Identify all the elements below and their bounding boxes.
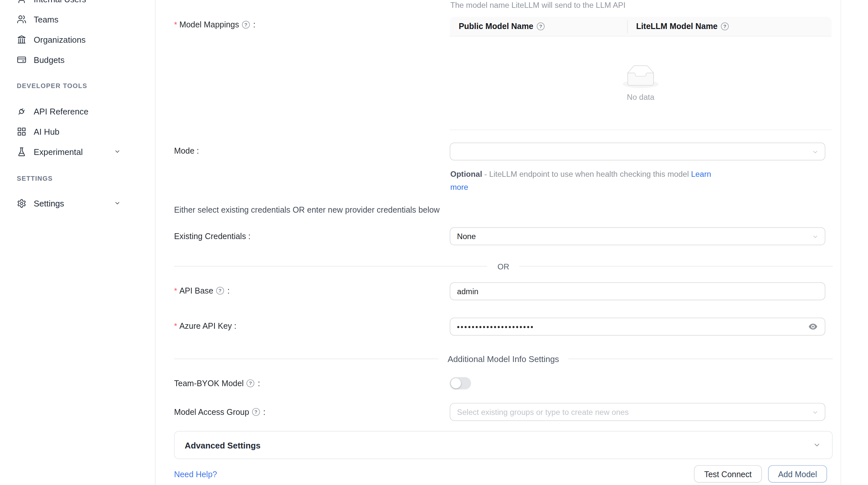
sidebar-item-internal-users[interactable]: Internal Users xyxy=(0,0,156,7)
column-divider xyxy=(627,20,628,33)
additional-model-info-divider: Additional Model Info Settings xyxy=(174,354,832,364)
sidebar-item-label: API Reference xyxy=(34,106,88,116)
sidebar-section-settings: SETTINGS xyxy=(17,175,53,182)
table-empty-state: No data xyxy=(450,36,832,130)
chevron-down-icon xyxy=(812,149,819,156)
advanced-settings-panel[interactable]: Advanced Settings xyxy=(174,431,832,459)
sidebar-item-label: Budgets xyxy=(34,55,65,64)
sidebar-item-ai-hub[interactable]: AI Hub xyxy=(0,124,156,139)
sidebar-item-teams[interactable]: Teams xyxy=(0,11,156,27)
toggle-knob xyxy=(451,378,461,388)
eye-icon xyxy=(808,322,818,332)
public-model-name-help-text: The model name LiteLLM will send to the … xyxy=(450,1,625,10)
sidebar-item-api-reference[interactable]: API Reference xyxy=(0,103,156,119)
api-base-input[interactable] xyxy=(450,282,825,300)
required-mark: * xyxy=(174,322,177,331)
mode-select[interactable] xyxy=(450,142,825,160)
chevron-down-icon xyxy=(812,409,819,416)
model-access-group-select[interactable]: Select existing groups or type to create… xyxy=(450,403,825,421)
content-right-edge xyxy=(841,0,841,485)
plug-icon xyxy=(17,106,26,116)
help-question-icon[interactable]: ? xyxy=(216,287,224,294)
chevron-down-icon xyxy=(812,233,819,240)
or-divider-text: OR xyxy=(487,262,519,271)
select-placeholder: Select existing groups or type to create… xyxy=(457,408,629,417)
sidebar-item-settings[interactable]: Settings xyxy=(0,195,156,211)
required-mark: * xyxy=(174,286,177,295)
advanced-settings-title: Advanced Settings xyxy=(185,440,260,450)
sidebar-item-label: Organizations xyxy=(34,35,86,44)
credit-card-icon xyxy=(17,55,26,64)
team-byok-toggle[interactable] xyxy=(450,377,471,389)
need-help-link[interactable]: Need Help? xyxy=(174,470,217,479)
user-icon xyxy=(17,0,26,4)
credentials-note: Either select existing credentials OR en… xyxy=(174,205,439,215)
column-header-litellm-model-name: LiteLLM Model Name ? xyxy=(627,22,730,31)
bank-icon xyxy=(17,35,26,44)
help-question-icon[interactable]: ? xyxy=(242,21,250,29)
model-access-group-label: Model Access Group ? : xyxy=(174,408,265,417)
test-connect-button[interactable]: Test Connect xyxy=(694,465,762,482)
users-icon xyxy=(17,14,26,24)
sidebar-item-label: Experimental xyxy=(34,147,83,156)
sidebar-item-label: Internal Users xyxy=(34,0,86,4)
section-divider-text: Additional Model Info Settings xyxy=(439,354,568,364)
chevron-down-icon xyxy=(114,148,121,155)
sidebar-item-experimental[interactable]: Experimental xyxy=(0,143,156,159)
table-header-row: Public Model Name ? LiteLLM Model Name ? xyxy=(450,17,832,36)
grid-icon xyxy=(17,127,26,136)
column-header-public-model-name: Public Model Name ? xyxy=(450,22,627,31)
mode-label: Mode : xyxy=(174,147,199,156)
app-window: Internal Users Teams Organizations Budge… xyxy=(0,0,868,485)
required-mark: * xyxy=(174,20,177,29)
gear-icon xyxy=(17,198,26,208)
sidebar-item-budgets[interactable]: Budgets xyxy=(0,52,156,67)
flask-icon xyxy=(17,147,26,156)
sidebar-item-label: Teams xyxy=(34,14,58,24)
chevron-down-icon xyxy=(114,200,121,207)
model-mappings-table: Public Model Name ? LiteLLM Model Name ?… xyxy=(450,17,832,130)
api-base-label: * API Base ? : xyxy=(174,286,229,295)
toggle-password-visibility-button[interactable] xyxy=(806,320,820,333)
team-byok-label: Team-BYOK Model ? : xyxy=(174,379,260,388)
mode-help-text: Optional - LiteLLM endpoint to use when … xyxy=(450,168,718,193)
chevron-down-icon xyxy=(813,441,821,449)
help-question-icon[interactable]: ? xyxy=(537,23,545,30)
sidebar-section-developer-tools: DEVELOPER TOOLS xyxy=(17,83,88,89)
existing-credentials-label: Existing Credentials : xyxy=(174,232,250,241)
azure-api-key-input[interactable] xyxy=(450,318,825,335)
sidebar-item-organizations[interactable]: Organizations xyxy=(0,31,156,47)
help-question-icon[interactable]: ? xyxy=(721,23,728,30)
sidebar: Internal Users Teams Organizations Budge… xyxy=(0,0,156,485)
model-mappings-label: * Model Mappings ? : xyxy=(174,20,255,29)
add-model-button[interactable]: Add Model xyxy=(768,465,827,482)
existing-credentials-select[interactable]: None xyxy=(450,227,825,245)
help-question-icon[interactable]: ? xyxy=(247,379,254,387)
azure-api-key-label: * Azure API Key : xyxy=(174,322,236,331)
sidebar-item-label: AI Hub xyxy=(34,127,59,136)
sidebar-item-label: Settings xyxy=(34,198,64,208)
no-data-text: No data xyxy=(627,92,654,101)
help-question-icon[interactable]: ? xyxy=(252,408,260,416)
empty-inbox-icon xyxy=(623,65,658,88)
or-divider: OR xyxy=(174,262,832,271)
